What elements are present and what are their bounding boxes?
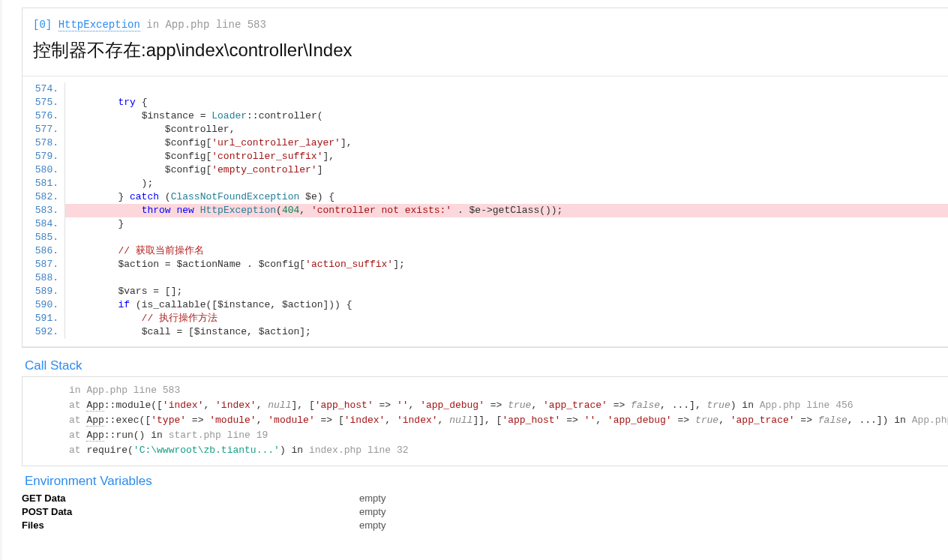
- line-number: 591: [22, 312, 64, 325]
- stack-frame: at App::run() in start.php line 19: [64, 428, 948, 443]
- code-text: );: [65, 177, 948, 190]
- code-text: $config['url_controller_layer'],: [65, 136, 948, 150]
- code-text: // 执行操作方法: [65, 312, 948, 325]
- line-number: 575: [22, 96, 64, 109]
- line-number: 586: [22, 244, 64, 258]
- exception-header: [0] HttpException in App.php line 583 控制…: [22, 8, 948, 76]
- line-number: 585: [22, 231, 64, 244]
- code-text: if (is_callable([$instance, $action])) {: [65, 298, 948, 312]
- code-text: $controller,: [65, 123, 948, 136]
- left-accent-strip: [0, 0, 2, 532]
- exception-location: [0] HttpException in App.php line 583: [33, 19, 938, 31]
- exception-file: App.php: [165, 19, 209, 31]
- env-key: GET Data: [22, 492, 359, 505]
- source-line: 585: [22, 231, 948, 244]
- call-stack-list: in App.php line 583at App::module(['inde…: [22, 383, 948, 458]
- exception-class[interactable]: HttpException: [58, 19, 140, 31]
- source-line: 580 $config['empty_controller']: [22, 163, 948, 177]
- source-line: 586 // 获取当前操作名: [22, 244, 948, 258]
- env-row: POST Dataempty: [22, 505, 948, 519]
- exception-panel: [0] HttpException in App.php line 583 控制…: [22, 7, 948, 348]
- exception-message: 控制器不存在:app\index\controller\Index: [33, 38, 938, 62]
- line-number: 590: [22, 298, 64, 312]
- in-label: in: [146, 19, 159, 31]
- line-number: 582: [22, 190, 64, 204]
- exception-index: [0]: [33, 19, 52, 31]
- source-line: 587 $action = $actionName . $config['act…: [22, 258, 948, 271]
- env-row: Filesempty: [22, 519, 948, 532]
- source-line: 588: [22, 271, 948, 285]
- env-key: POST Data: [22, 505, 359, 519]
- source-line: 584 }: [22, 217, 948, 231]
- env-row: GET Dataempty: [22, 492, 948, 505]
- source-line: 583 throw new HttpException(404, 'contro…: [22, 204, 948, 217]
- source-code-list: 574575 try {576 $instance = Loader::cont…: [22, 82, 948, 339]
- line-number: 576: [22, 109, 64, 123]
- source-line: 590 if (is_callable([$instance, $action]…: [22, 298, 948, 312]
- line-label: line: [216, 19, 242, 31]
- stack-frame: at App::module(['index', 'index', null],…: [64, 398, 948, 413]
- source-line: 592 $call = [$instance, $action];: [22, 325, 948, 339]
- code-text: $call = [$instance, $action];: [65, 325, 948, 339]
- line-number: 588: [22, 271, 64, 285]
- line-number: 579: [22, 150, 64, 163]
- line-number: 592: [22, 325, 64, 339]
- env-val: empty: [359, 519, 386, 532]
- source-line: 579 $config['controller_suffix'],: [22, 150, 948, 163]
- line-number: 580: [22, 163, 64, 177]
- source-line: 578 $config['url_controller_layer'],: [22, 136, 948, 150]
- line-number: 581: [22, 177, 64, 190]
- line-number: 577: [22, 123, 64, 136]
- env-val: empty: [359, 505, 386, 519]
- env-section: Environment Variables GET DataemptyPOST …: [2, 466, 948, 532]
- code-text: }: [65, 217, 948, 231]
- code-text: [65, 271, 948, 285]
- code-text: $config['empty_controller']: [65, 163, 948, 177]
- code-text: // 获取当前操作名: [65, 244, 948, 258]
- code-text: $config['controller_suffix'],: [65, 150, 948, 163]
- env-val: empty: [359, 492, 386, 505]
- line-number: 578: [22, 136, 64, 150]
- stack-frame: at require('C:\wwwroot\zb.tiantu...') in…: [64, 443, 948, 458]
- call-stack-section: Call Stack in App.php line 583at App::mo…: [22, 354, 948, 466]
- code-text: $action = $actionName . $config['action_…: [65, 258, 948, 271]
- source-code-panel: 574575 try {576 $instance = Loader::cont…: [22, 76, 948, 347]
- code-text: try {: [65, 96, 948, 109]
- source-line: 582 } catch (ClassNotFoundException $e) …: [22, 190, 948, 204]
- env-key: Files: [22, 519, 359, 532]
- stack-frame: in App.php line 583: [64, 383, 948, 398]
- source-line: 576 $instance = Loader::controller(: [22, 109, 948, 123]
- call-stack-box: in App.php line 583at App::module(['inde…: [22, 376, 948, 466]
- code-text: $instance = Loader::controller(: [65, 109, 948, 123]
- stack-frame: at App::exec(['type' => 'module', 'modul…: [64, 413, 948, 428]
- source-line: 575 try {: [22, 96, 948, 109]
- code-text: $vars = [];: [65, 285, 948, 298]
- source-line: 574: [22, 82, 948, 96]
- exception-line: 583: [248, 19, 266, 31]
- code-text: } catch (ClassNotFoundException $e) {: [65, 190, 948, 204]
- source-line: 581 );: [22, 177, 948, 190]
- env-table: GET DataemptyPOST DataemptyFilesempty: [22, 492, 948, 532]
- env-title: Environment Variables: [22, 466, 948, 492]
- line-number: 589: [22, 285, 64, 298]
- code-text: [65, 231, 948, 244]
- line-number: 584: [22, 217, 64, 231]
- code-text: throw new HttpException(404, 'controller…: [65, 204, 948, 217]
- source-line: 589 $vars = [];: [22, 285, 948, 298]
- code-text: [65, 82, 948, 96]
- line-number: 574: [22, 82, 64, 96]
- line-number: 583: [22, 204, 64, 217]
- line-number: 587: [22, 258, 64, 271]
- call-stack-title: Call Stack: [22, 354, 948, 375]
- source-line: 591 // 执行操作方法: [22, 312, 948, 325]
- source-line: 577 $controller,: [22, 123, 948, 136]
